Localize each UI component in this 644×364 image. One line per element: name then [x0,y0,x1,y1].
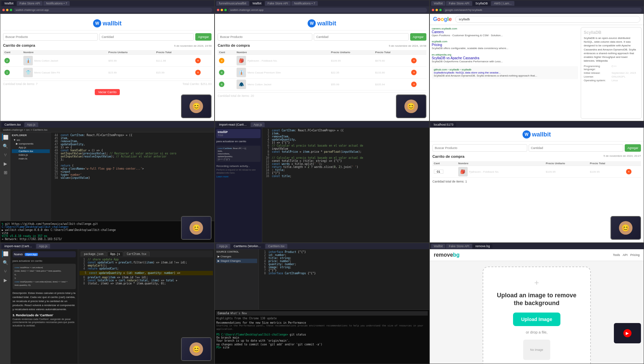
tab-wallbit-3[interactable]: Wallbit [431,1,446,6]
file-item-src[interactable]: ▼ src [12,138,50,142]
tab-wallbit-1[interactable]: Wallbit [2,1,16,6]
line-num: 51 [52,155,58,158]
tab-app-js-git[interactable]: App.js [216,244,230,249]
file-item-components[interactable]: ▶ components [12,142,50,146]
result-title-2[interactable]: Pricing [432,43,578,47]
delete-btn[interactable]: × [195,58,201,63]
upload-image-btn[interactable]: Upload Image [513,313,560,326]
code-text: price: number; [268,260,291,263]
debug-icon[interactable]: ▶ [2,160,9,167]
qty-input-2[interactable] [314,33,408,41]
detail-label: Operating system: [584,79,611,82]
tab-perplexity-2[interactable]: import-react (CartItem... [2,244,36,249]
cell-wallbit-3: localhost:5173 W wallbit Agregar Carrit [429,121,644,242]
ai-nuevo-btn[interactable]: Nuevo Open App [13,251,76,257]
explorer-icon[interactable]: ⬜ [2,134,9,141]
tab-fakeapi-3[interactable]: Fake Store API [446,1,472,6]
qty-input-row[interactable] [434,170,443,174]
tab-perplexity[interactable]: import-react (CartItem... [216,122,250,127]
git-icon-3[interactable]: ⑂ [2,268,9,275]
snippet-line-2: item, [218,150,259,152]
line-num: 52 [52,158,58,161]
tab-localhost[interactable]: localhost:5173 [431,122,456,127]
main-grid: Wallbit Fake Store API Notifications • 7… [0,0,644,364]
qty-input-1[interactable] [99,33,194,41]
wallbit-logo-text-1: wallbit [103,20,121,27]
line-num: 3 [80,264,85,267]
sc-changes[interactable]: ▶ Changes [216,254,257,259]
search-row-1: Agregar [3,33,212,41]
agregar-btn-1[interactable]: Agregar [195,33,212,41]
play-icon[interactable]: ▶ [623,329,631,337]
code-text: const CartItem: React.FC<CartItemProps> … [61,134,132,137]
delete-btn[interactable]: × [411,70,417,75]
search-icon[interactable]: 🔍 [2,143,9,149]
tab-appjs-3[interactable]: App.js [107,252,123,256]
url-bar-2[interactable]: wallbit-challenge.vercel.app [228,8,427,13]
vaciar-btn-1[interactable]: Vaciar Carrito [95,89,120,95]
tab-cartitem-3[interactable]: CartItem.tsx [124,252,150,256]
tab-removebg[interactable]: remove.bg [473,244,493,249]
tab-app-js[interactable]: App.js [251,122,265,127]
google-search-bar[interactable]: scylladb [455,16,640,23]
vscode-window-git: SOURCE CONTROL ▶ Changes ▶ Staged Change… [215,249,429,364]
tab-app-js-2[interactable]: App.js [36,244,50,249]
tab-cartitems-git[interactable]: CartItems (Working Test) [231,244,265,249]
github-title[interactable]: scylladb/scylladb: NoSQL data store usin… [434,71,576,74]
terminal-tab-console[interactable]: Console [218,312,229,315]
file-explorer-1: EXPLORER ▼ src ▶ components App.js CartI… [10,132,51,221]
code-line-9: 52 }; [52,158,213,161]
code-line-10: 53 [52,161,213,164]
file-item-main[interactable]: main.ts [12,157,50,160]
tab-wallbit-2[interactable]: Wallbit [250,1,264,6]
tab-fakeapi-1[interactable]: Fake Store API [17,1,43,6]
product-search-3[interactable] [432,144,527,152]
url-bar-3[interactable]: google.com/search?q=scylladb [443,8,642,13]
tab-notif-1[interactable]: Notifications • 7 [43,1,70,6]
product-search-input-2[interactable] [218,33,312,41]
product-search-input-1[interactable] [3,33,98,41]
cart-table-3: Cant Nombre Precio Unitario Precio Total [432,161,641,178]
sc-staged[interactable]: ▶ Staged Changes [216,259,257,263]
result-title-1[interactable]: Careers [432,30,578,34]
tab-vscode-1[interactable]: CartItem.tsx [2,122,24,127]
result-title-3[interactable]: ScyllaDB vs Apache Cassandra [432,56,578,60]
tab-packagejson[interactable]: package.json [81,252,107,256]
code-text: const totalPrice = cart.reduce((total, i… [88,279,177,282]
tab-google[interactable]: ScyllaDB [473,1,491,6]
file-item-app[interactable]: App.js [12,146,50,149]
delete-btn[interactable]: × [626,169,631,174]
tab-vscode-app[interactable]: App.js [24,122,38,127]
file-item-cartitem[interactable]: CartItem.tsx [12,149,50,153]
nav-api[interactable]: API [623,253,628,257]
open-app-btn[interactable]: Open App [25,253,38,256]
line-num: 12 [264,163,269,166]
search-icon-3[interactable]: 🔍 [2,259,9,266]
tab-notif-2[interactable]: Notifications • 7 [291,1,318,6]
line-num: 47 [52,143,58,146]
tab-fakeapi-2[interactable]: Fake Store API [265,1,291,6]
delete-btn[interactable]: × [195,70,201,75]
tab-1[interactable]: funnelmusica/wallbit [216,1,249,6]
agregar-btn-3[interactable]: Agregar [625,144,641,152]
url-bar-1[interactable]: wallbit-challenge.vercel.app [14,8,212,13]
debug-icon-3[interactable]: ▶ [2,277,9,284]
delete-btn[interactable]: × [411,58,417,63]
file-item-index[interactable]: index.js [12,153,50,157]
tab-wallbit-4[interactable]: Wallbit [431,244,446,249]
face-circle-5: 😊 [190,342,203,356]
tab-fakeapi-4[interactable]: Fake Store API [446,244,472,249]
tab-cartitem-git[interactable]: CartItem.tsx [265,244,287,249]
git-icon[interactable]: ⑂ [2,151,9,158]
extensions-icon[interactable]: ⊞ [2,169,9,176]
explorer-icon-3[interactable]: ⬜ [2,251,9,257]
qty-input-3[interactable] [529,144,623,152]
learn-more-link[interactable]: Learn more [216,175,261,178]
code-line-r4: 4 updateQuantity, [264,138,427,141]
nav-tools[interactable]: Tools [613,253,620,257]
delete-btn[interactable]: × [411,82,417,87]
terminal-tab-whatsnew[interactable]: What's New [230,312,247,315]
tab-aws[interactable]: AWS | Lam... [491,1,514,6]
agregar-btn-2[interactable]: Agregar [410,33,426,41]
nav-pricing[interactable]: Pricing [630,253,640,257]
